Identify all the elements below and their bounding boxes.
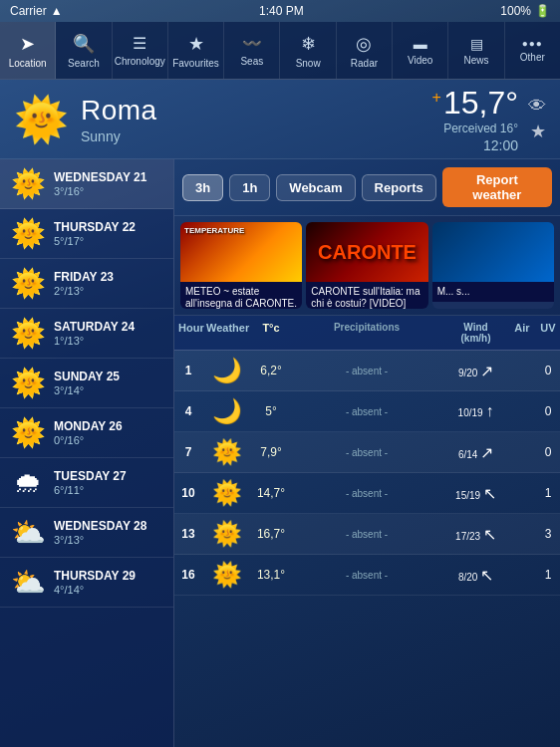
news-card-2-title: CARONTE sull'Italia: ma chi è costui? [V…	[306, 282, 427, 309]
td-hour: 16	[174, 562, 202, 588]
tab-bar: 3h 1h Webcam Reports Report weather	[174, 159, 560, 216]
nav-item-seas[interactable]: 〰️ Seas	[224, 22, 280, 79]
forecast-info: MONDAY 26 0°/16°	[54, 419, 163, 446]
forecast-temp: 3°/13°	[54, 534, 163, 546]
right-panel: 3h 1h Webcam Reports Report weather TEMP…	[174, 159, 560, 747]
td-hour: 4	[174, 398, 202, 424]
news-card-1[interactable]: TEMPERATURE METEO ~ estate all'insegna d…	[180, 222, 302, 309]
nav-label-other: Other	[520, 52, 545, 63]
forecast-day: SATURDAY 24	[54, 320, 163, 334]
news-card-3-image	[432, 222, 554, 282]
nav-item-location[interactable]: ➤ Location	[0, 22, 56, 79]
td-hour: 1	[174, 358, 202, 383]
weather-header: 🌞 Roma Sunny + 15,7° Perceived 16° 12:00…	[0, 80, 560, 159]
nav-item-other[interactable]: ●●● Other	[505, 22, 560, 79]
tab-report-weather-button[interactable]: Report weather	[442, 167, 552, 207]
forecast-icon: 🌞	[10, 367, 46, 399]
tab-webcam-button[interactable]: Webcam	[276, 174, 355, 201]
video-icon: ▬	[414, 36, 427, 52]
forecast-row[interactable]: 🌞 MONDAY 26 0°/16°	[0, 408, 173, 458]
td-wind: 8/20 ↖	[443, 560, 508, 591]
forecast-row[interactable]: 🌞 FRIDAY 23 2°/13°	[0, 259, 173, 309]
th-weather: Weather	[202, 316, 252, 350]
eye-icon[interactable]: 👁	[528, 96, 546, 117]
tab-reports-button[interactable]: Reports	[362, 174, 436, 201]
news-temp-label: TEMPERATURE	[184, 226, 244, 235]
news-card-3-title: M... s...	[432, 282, 554, 302]
temperature-display: + 15,7°	[432, 85, 518, 122]
status-bar: Carrier ▲ 1:40 PM 100% 🔋	[0, 0, 560, 22]
th-wind: Wind (km/h)	[443, 316, 508, 350]
td-temp: 13,1°	[252, 562, 290, 588]
td-hour: 13	[174, 521, 202, 547]
th-uv: UV	[536, 316, 560, 350]
wind-arrow-icon: ↑	[485, 402, 493, 420]
td-uv: 0	[536, 358, 560, 383]
status-right: 100% 🔋	[500, 4, 550, 18]
th-temp: T°c	[252, 316, 290, 350]
news-card-2[interactable]: CARONTE CARONTE sull'Italia: ma chi è co…	[306, 222, 427, 309]
tab-3h-button[interactable]: 3h	[182, 174, 223, 201]
temperature-block: + 15,7° Perceived 16° 12:00	[432, 85, 518, 153]
signal-icon: ▲	[51, 4, 63, 18]
td-temp: 5°	[252, 398, 290, 424]
nav-label-favourites: Favourites	[172, 58, 219, 69]
td-hour: 10	[174, 480, 202, 506]
weather-sun-icon: 🌞	[14, 94, 69, 145]
forecast-row[interactable]: 🌞 SUNDAY 25 3°/14°	[0, 359, 173, 408]
td-uv: 1	[536, 480, 560, 506]
td-precip: - absent -	[290, 360, 443, 382]
forecast-row[interactable]: ⛅ THURSDAY 29 4°/14°	[0, 558, 173, 608]
forecast-row[interactable]: 🌞 WEDNESDAY 21 3°/16°	[0, 159, 173, 209]
th-precip: Precipitations	[290, 316, 443, 350]
news-icon: ▤	[470, 36, 483, 52]
tab-1h-button[interactable]: 1h	[229, 174, 270, 201]
forecast-temp: 1°/13°	[54, 335, 163, 347]
td-precip: - absent -	[290, 523, 443, 546]
forecast-row[interactable]: 🌧 TUESDAY 27 6°/11°	[0, 458, 173, 508]
news-card-1-title: METEO ~ estate all'insegna di CARONTE. W…	[180, 282, 302, 309]
nav-item-video[interactable]: ▬ Video	[393, 22, 448, 79]
wind-arrow-icon: ↖	[483, 484, 496, 503]
chronology-icon: ☰	[133, 34, 146, 53]
news-card-3[interactable]: M... s...	[432, 222, 554, 309]
forecast-temp: 2°/13°	[54, 285, 163, 297]
hourly-row: 10 🌞 14,7° - absent - 15/19 ↖ 1	[174, 473, 560, 514]
forecast-day: THURSDAY 22	[54, 220, 163, 234]
news-card-1-image: TEMPERATURE	[180, 222, 302, 282]
radar-icon: ◎	[356, 33, 372, 55]
td-uv: 0	[536, 439, 560, 465]
td-weather-icon: 🌞	[202, 432, 252, 472]
forecast-day: THURSDAY 29	[54, 569, 163, 583]
nav-label-radar: Radar	[351, 58, 378, 69]
td-precip: - absent -	[290, 400, 443, 423]
nav-item-news[interactable]: ▤ News	[448, 22, 504, 79]
nav-item-snow[interactable]: ❄ Snow	[280, 22, 336, 79]
nav-item-favourites[interactable]: ★ Favourites	[168, 22, 224, 79]
news-row: TEMPERATURE METEO ~ estate all'insegna d…	[174, 216, 560, 316]
forecast-day: WEDNESDAY 21	[54, 170, 163, 184]
hourly-row: 4 🌙 5° - absent - 10/19 ↑ 0	[174, 391, 560, 432]
forecast-row[interactable]: ⛅ WEDNESDAY 28 3°/13°	[0, 508, 173, 558]
nav-item-radar[interactable]: ◎ Radar	[337, 22, 393, 79]
header-action-icons: 👁 ★	[528, 96, 546, 142]
city-name: Roma	[81, 95, 432, 126]
forecast-temp: 4°/14°	[54, 584, 163, 596]
forecast-icon: 🌞	[10, 416, 46, 449]
nav-item-chronology[interactable]: ☰ Chronology	[113, 22, 168, 79]
nav-item-search[interactable]: 🔍 Search	[56, 22, 112, 79]
td-temp: 7,9°	[252, 439, 290, 465]
td-temp: 16,7°	[252, 521, 290, 547]
wind-arrow-icon: ↗	[480, 443, 493, 462]
favourite-star-icon[interactable]: ★	[530, 121, 546, 142]
forecast-row[interactable]: 🌞 SATURDAY 24 1°/13°	[0, 309, 173, 359]
carrier-label: Carrier	[10, 4, 47, 18]
favourites-icon: ★	[188, 33, 204, 55]
td-precip: - absent -	[290, 564, 443, 587]
forecast-row[interactable]: 🌞 THURSDAY 22 5°/17°	[0, 209, 173, 259]
forecast-icon: ⛅	[10, 566, 46, 599]
hourly-row: 1 🌙 6,2° - absent - 9/20 ↗ 0	[174, 351, 560, 391]
forecast-temp: 3°/16°	[54, 185, 163, 197]
forecast-icon: 🌞	[10, 317, 46, 350]
city-info: Roma Sunny	[81, 95, 432, 144]
